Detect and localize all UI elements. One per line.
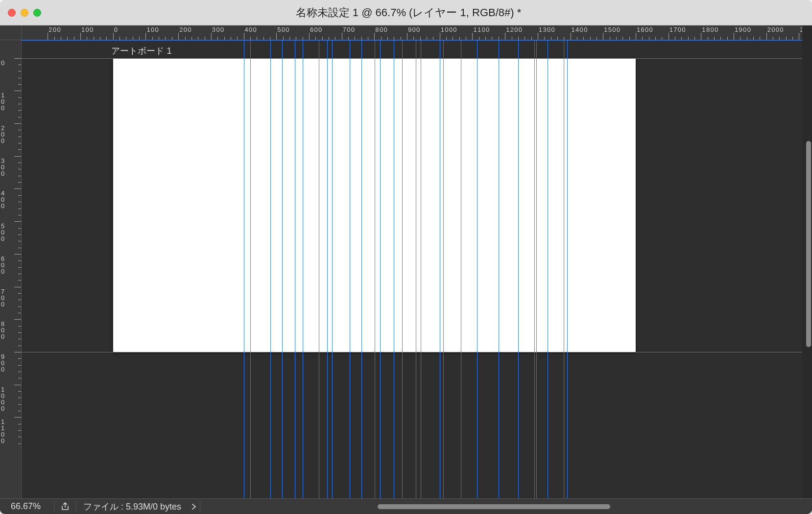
vertical-scrollbar-thumb[interactable] <box>806 141 811 347</box>
zoom-field[interactable]: 66.67% <box>0 501 54 512</box>
horizontal-ruler[interactable]: 2001000100200300400500600700800900100011… <box>22 25 802 40</box>
guide-vertical[interactable] <box>244 40 244 498</box>
guide-vertical[interactable] <box>295 40 295 498</box>
guide-vertical[interactable] <box>361 40 362 498</box>
app-window: 名称未設定 1 @ 66.7% (レイヤー 1, RGB/8#) * 20010… <box>0 0 812 514</box>
guide-vertical[interactable] <box>380 40 381 498</box>
titlebar: 名称未設定 1 @ 66.7% (レイヤー 1, RGB/8#) * <box>0 0 812 25</box>
maximize-button[interactable] <box>33 9 41 17</box>
artboard-label[interactable]: アートボード 1 <box>111 45 171 57</box>
close-button[interactable] <box>8 9 16 17</box>
chevron-right-icon <box>191 503 196 510</box>
file-info[interactable]: ファイル : 5.93M/0 bytes <box>76 501 188 513</box>
guide-vertical[interactable] <box>518 40 519 498</box>
canvas-viewport[interactable]: アートボード 1 <box>22 40 802 498</box>
horizontal-scrollbar-thumb[interactable] <box>378 504 610 509</box>
guide-vertical[interactable] <box>564 40 564 498</box>
guide-vertical[interactable] <box>375 40 375 498</box>
window-title: 名称未設定 1 @ 66.7% (レイヤー 1, RGB/8#) * <box>41 5 776 20</box>
ruler-origin[interactable] <box>0 25 22 40</box>
guide-vertical[interactable] <box>332 40 333 498</box>
guide-vertical[interactable] <box>402 40 403 498</box>
guide-vertical[interactable] <box>461 40 461 498</box>
workarea: 2001000100200300400500600700800900100011… <box>0 25 812 514</box>
guide-vertical[interactable] <box>303 40 303 498</box>
vertical-scrollbar[interactable] <box>806 40 811 498</box>
guide-horizontal[interactable] <box>22 352 802 352</box>
horizontal-scrollbar[interactable] <box>200 499 812 514</box>
guide-vertical[interactable] <box>319 40 319 498</box>
vertical-ruler[interactable]: 010020030040050060070080090010001100 <box>0 40 22 498</box>
guide-vertical[interactable] <box>443 40 444 498</box>
share-icon <box>60 502 70 512</box>
guide-vertical[interactable] <box>567 40 568 498</box>
statusbar: 66.67% ファイル : 5.93M/0 bytes <box>0 498 812 514</box>
guide-vertical[interactable] <box>548 40 548 498</box>
guide-vertical[interactable] <box>327 40 328 498</box>
guide-vertical[interactable] <box>534 40 535 498</box>
minimize-button[interactable] <box>21 9 28 17</box>
guide-horizontal[interactable] <box>22 40 802 41</box>
guide-vertical[interactable] <box>394 40 394 498</box>
guide-vertical[interactable] <box>477 40 478 498</box>
guide-vertical[interactable] <box>350 40 350 498</box>
guide-horizontal[interactable] <box>22 58 802 59</box>
guide-vertical[interactable] <box>250 40 251 498</box>
window-controls <box>8 9 41 17</box>
info-chevron[interactable] <box>188 503 200 510</box>
share-button[interactable] <box>54 502 76 512</box>
guide-vertical[interactable] <box>440 40 440 498</box>
guide-vertical[interactable] <box>421 40 421 498</box>
guide-vertical[interactable] <box>536 40 537 498</box>
guide-vertical[interactable] <box>282 40 283 498</box>
guide-vertical[interactable] <box>499 40 499 498</box>
guide-vertical[interactable] <box>416 40 416 498</box>
guide-vertical[interactable] <box>270 40 271 498</box>
